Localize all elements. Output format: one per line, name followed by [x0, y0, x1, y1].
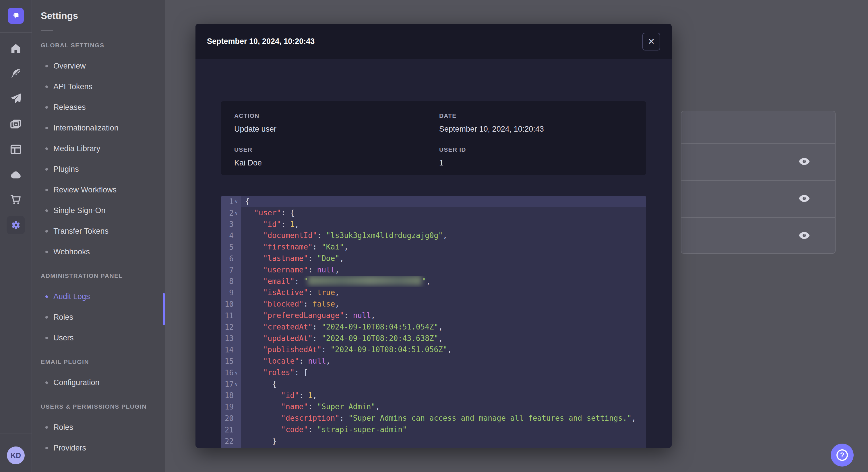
- code-token: :: [308, 264, 317, 276]
- sidebar-item-label: Transfer Tokens: [53, 227, 108, 236]
- code-token: }: [245, 436, 277, 447]
- sidebar-item-label: Audit Logs: [53, 292, 90, 301]
- paper-plane-icon[interactable]: [0, 88, 32, 108]
- nav-section: GLOBAL SETTINGSOverviewAPI TokensRelease…: [32, 35, 165, 262]
- modal-title: September 10, 2024, 10:20:43: [207, 37, 315, 46]
- code-token: {: [245, 196, 250, 207]
- detail-label: DATE: [439, 112, 633, 119]
- line-number: 1∨: [221, 196, 241, 207]
- code-token: ,: [631, 413, 636, 424]
- code-token: :: [313, 333, 321, 344]
- sidebar-item-webhooks[interactable]: Webhooks: [45, 241, 165, 262]
- sidebar-item-roles[interactable]: Roles: [45, 307, 165, 328]
- detail-cell: ACTIONUpdate user: [234, 112, 439, 134]
- code-token: [245, 322, 263, 333]
- nav-section-label: ADMINISTRATION PANEL: [41, 266, 165, 286]
- code-token: "locale": [263, 356, 299, 367]
- fold-chevron-icon[interactable]: ∨: [234, 381, 239, 387]
- eye-icon: [799, 157, 810, 166]
- code-line-content: "publishedAt": "2024-09-10T08:04:51.056Z…: [241, 344, 646, 356]
- sidebar-item-audit-logs[interactable]: Audit Logs: [45, 286, 165, 307]
- code-token: ,: [371, 310, 375, 322]
- sidebar-item-single-sign-on[interactable]: Single Sign-On: [45, 200, 165, 221]
- code-line: 20 "description": "Super Admins can acce…: [221, 413, 646, 424]
- bullet-icon: [45, 65, 48, 67]
- code-line-content: {: [241, 196, 646, 207]
- sidebar-item-api-tokens[interactable]: API Tokens: [45, 76, 165, 97]
- code-token: [245, 390, 281, 401]
- fold-chevron-icon[interactable]: ∨: [234, 199, 239, 204]
- sidebar-item-plugins[interactable]: Plugins: [45, 159, 165, 179]
- close-icon[interactable]: ✕: [642, 33, 660, 50]
- detail-value: 1: [439, 159, 633, 167]
- detail-cell: USERKai Doe: [234, 146, 439, 167]
- sidebar-item-providers[interactable]: Providers: [45, 438, 165, 458]
- sidebar-item-internationalization[interactable]: Internationalization: [45, 117, 165, 138]
- settings-nav-item[interactable]: [7, 216, 25, 234]
- code-line-content: "firstname": "Kai",: [241, 241, 646, 253]
- sidebar-item-review-workflows[interactable]: Review Workflows: [45, 179, 165, 200]
- sidebar-item-users[interactable]: Users: [45, 328, 165, 348]
- view-log-eye-button[interactable]: [797, 156, 811, 167]
- sidebar-item-media-library[interactable]: Media Library: [45, 138, 165, 159]
- sidebar-item-label: API Tokens: [53, 82, 92, 91]
- code-token: [245, 424, 281, 436]
- code-token: :: [308, 401, 317, 413]
- sidebar-scrollbar-thumb[interactable]: [163, 293, 165, 325]
- code-token: :: [313, 322, 321, 333]
- home-icon[interactable]: [0, 39, 32, 59]
- code-token: "blocked": [263, 299, 304, 310]
- code-line: 15 "locale": null,: [221, 356, 646, 367]
- code-token: 1: [290, 219, 295, 230]
- code-token: "strapi-super-admin": [317, 424, 407, 436]
- avatar[interactable]: KD: [7, 446, 25, 464]
- code-token: "username": [263, 264, 308, 276]
- fold-chevron-icon[interactable]: ∨: [234, 210, 239, 216]
- media-pictures-icon[interactable]: [0, 114, 32, 134]
- line-number: 2∨: [221, 207, 241, 219]
- code-token: "createdAt": [263, 322, 313, 333]
- sidebar-item-configuration[interactable]: Configuration: [45, 372, 165, 393]
- code-line-content: "email": "",: [241, 276, 646, 287]
- detail-label: USER ID: [439, 146, 633, 153]
- feather-icon[interactable]: [0, 64, 32, 84]
- code-token: ,: [335, 287, 340, 299]
- view-log-eye-button[interactable]: [797, 230, 811, 241]
- sidebar-item-releases[interactable]: Releases: [45, 97, 165, 117]
- bullet-icon: [45, 189, 48, 191]
- code-token: true: [317, 287, 335, 299]
- code-token: [245, 264, 263, 276]
- detail-label: USER: [234, 146, 439, 153]
- strapi-logo[interactable]: [8, 8, 24, 24]
- sidebar-item-label: Review Workflows: [53, 186, 117, 194]
- sidebar-item-overview[interactable]: Overview: [45, 56, 165, 76]
- detail-value: Kai Doe: [234, 159, 439, 167]
- help-button[interactable]: ?: [831, 444, 854, 467]
- code-token: ": [304, 276, 308, 287]
- code-token: ,: [447, 344, 452, 356]
- code-token: [245, 241, 263, 253]
- code-line: 2∨ "user": {: [221, 207, 646, 219]
- detail-cell: USER ID1: [439, 146, 633, 167]
- bullet-icon: [45, 209, 48, 212]
- eye-icon: [799, 194, 810, 203]
- cart-icon[interactable]: [0, 190, 32, 210]
- sidebar-item-roles[interactable]: Roles: [45, 417, 165, 438]
- redacted-email-blur: [308, 276, 422, 285]
- sidebar-item-label: Roles: [53, 313, 73, 322]
- code-token: "name": [281, 401, 308, 413]
- code-line: 23 ]: [221, 447, 646, 448]
- code-line-content: "id": 1,: [241, 390, 646, 401]
- payload-code-editor[interactable]: 1∨{2∨ "user": {3 "id": 1,4 "documentId":…: [221, 196, 646, 448]
- code-token: ,: [340, 253, 344, 264]
- code-token: "description": [281, 413, 340, 424]
- code-token: [245, 367, 263, 378]
- view-log-eye-button[interactable]: [797, 193, 811, 204]
- cloud-icon[interactable]: [0, 165, 32, 185]
- code-token: : [: [294, 367, 308, 378]
- layout-icon[interactable]: [0, 139, 32, 160]
- log-details-card: ACTIONUpdate userDATESeptember 10, 2024,…: [221, 101, 646, 175]
- code-token: "ls3uk3g1xm4ltdrdugzajg0g": [326, 230, 443, 241]
- fold-chevron-icon[interactable]: ∨: [234, 370, 239, 376]
- sidebar-item-transfer-tokens[interactable]: Transfer Tokens: [45, 221, 165, 241]
